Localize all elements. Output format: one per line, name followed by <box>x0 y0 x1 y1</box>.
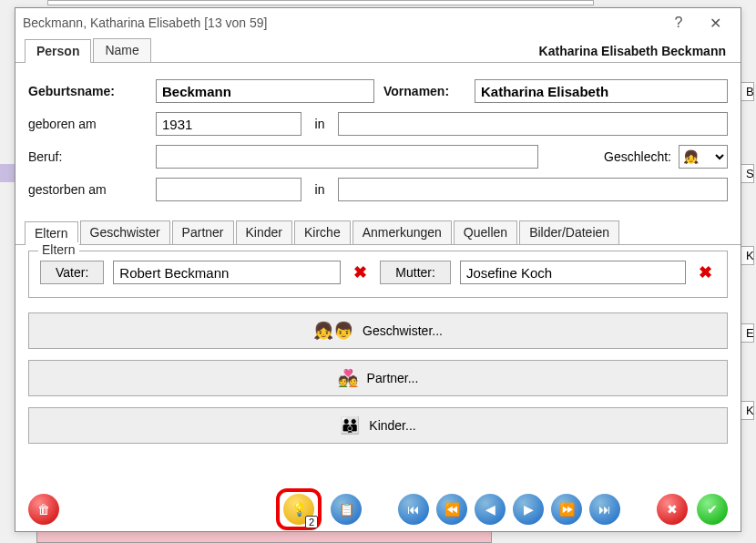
help-button[interactable]: ? <box>660 15 697 31</box>
input-mutter[interactable] <box>460 261 686 284</box>
input-gestorben-am[interactable] <box>156 178 301 201</box>
mid-tabs: Eltern Geschwister Partner Kinder Kirche… <box>15 220 741 245</box>
label-geburtsname: Geburtsname: <box>28 84 147 98</box>
nav-rewind-button[interactable]: ⏪ <box>436 494 467 525</box>
nav-group: ⏮ ⏪ ◀ ▶ ⏩ ⏭ <box>398 494 620 525</box>
children-icon: 👪 <box>340 415 360 435</box>
input-geburtsname[interactable] <box>156 79 374 103</box>
label-beruf: Beruf: <box>28 149 147 164</box>
form-area: Geburtsname: Vornamen: geboren am in Ber… <box>15 63 741 216</box>
window-title: Beckmann, Katharina Elisabeth [13 von 59… <box>23 15 660 30</box>
bg-row <box>47 0 594 5</box>
trash-icon: 🗑 <box>37 502 50 517</box>
tab-bilder[interactable]: Bilder/Dateien <box>519 220 619 244</box>
bg-cell: B <box>740 82 754 101</box>
label-geschlecht: Geschlecht: <box>604 149 671 164</box>
person-dialog: Beckmann, Katharina Elisabeth [13 von 59… <box>15 7 741 532</box>
tab-name[interactable]: Name <box>93 38 150 62</box>
forward-icon: ⏩ <box>559 502 575 517</box>
tab-kinder[interactable]: Kinder <box>236 220 292 244</box>
tips-count-badge: 2 <box>305 516 318 528</box>
last-icon: ⏭ <box>598 502 611 517</box>
remove-mutter-icon[interactable]: ✖ <box>695 262 716 282</box>
input-geboren-in[interactable] <box>338 112 728 136</box>
geschwister-label: Geschwister... <box>363 323 443 338</box>
bottom-toolbar: 🗑 💡 2 📋 ⏮ ⏪ ◀ ▶ ⏩ ⏭ ✖ ✔ <box>15 487 741 531</box>
vater-button[interactable]: Vater: <box>40 261 104 284</box>
bg-cell: S <box>740 164 754 183</box>
rewind-icon: ⏪ <box>444 502 460 517</box>
ok-button[interactable]: ✔ <box>697 494 728 525</box>
tab-anmerkungen[interactable]: Anmerkungen <box>352 220 452 244</box>
label-geboren-am: geboren am <box>28 117 147 131</box>
first-icon: ⏮ <box>407 502 420 517</box>
eltern-fieldset: Eltern Vater: ✖ Mutter: ✖ <box>28 251 728 298</box>
relations-area: Eltern Vater: ✖ Mutter: ✖ 👧👦 Geschwister… <box>15 245 741 456</box>
bg-cell: K <box>740 401 754 420</box>
prev-icon: ◀ <box>485 502 495 517</box>
tab-quellen[interactable]: Quellen <box>454 220 517 244</box>
delete-button[interactable]: 🗑 <box>28 494 59 525</box>
bg-cell: K <box>740 246 754 265</box>
partner-label: Partner... <box>367 371 419 385</box>
nav-first-button[interactable]: ⏮ <box>398 494 429 525</box>
kinder-button[interactable]: 👪 Kinder... <box>28 407 728 444</box>
copy-icon: 📋 <box>339 502 354 517</box>
eltern-legend: Eltern <box>38 242 79 257</box>
check-icon: ✔ <box>707 502 718 517</box>
tab-partner[interactable]: Partner <box>172 220 234 244</box>
bg-cell: E <box>740 323 754 343</box>
bulb-icon: 💡 <box>291 502 307 517</box>
cancel-icon: ✖ <box>667 502 678 517</box>
top-tabs: Person Name Katharina Elisabeth Beckmann <box>15 37 741 63</box>
mutter-button[interactable]: Mutter: <box>380 261 451 284</box>
input-beruf[interactable] <box>156 145 538 169</box>
partner-icon: 💑 <box>338 368 358 388</box>
tab-kirche[interactable]: Kirche <box>294 220 351 244</box>
siblings-icon: 👧👦 <box>313 321 353 341</box>
input-geboren-am[interactable] <box>156 112 301 136</box>
label-geboren-in: in <box>311 117 329 131</box>
input-gestorben-in[interactable] <box>338 178 728 201</box>
nav-next-button[interactable]: ▶ <box>513 494 544 525</box>
cancel-button[interactable]: ✖ <box>657 494 688 525</box>
label-vornamen: Vornamen: <box>383 84 465 98</box>
kinder-label: Kinder... <box>369 418 415 433</box>
bg-selection <box>0 164 15 182</box>
person-fullname: Katharina Elisabeth Beckmann <box>534 40 731 62</box>
label-gestorben-in: in <box>311 182 329 197</box>
tab-person[interactable]: Person <box>25 39 91 63</box>
select-geschlecht[interactable]: 👧 <box>679 145 728 169</box>
gender-group: Geschlecht: 👧 <box>604 145 728 169</box>
close-button[interactable]: ✕ <box>697 15 733 32</box>
tab-geschwister[interactable]: Geschwister <box>80 220 170 244</box>
copy-button[interactable]: 📋 <box>331 494 362 525</box>
remove-vater-icon[interactable]: ✖ <box>350 262 371 282</box>
tips-button[interactable]: 💡 2 <box>283 494 314 525</box>
nav-forward-button[interactable]: ⏩ <box>551 494 582 525</box>
input-vornamen[interactable] <box>475 79 728 103</box>
tips-highlight: 💡 2 <box>276 488 322 530</box>
geschwister-button[interactable]: 👧👦 Geschwister... <box>28 312 728 349</box>
titlebar: Beckmann, Katharina Elisabeth [13 von 59… <box>15 8 741 37</box>
label-gestorben-am: gestorben am <box>28 182 147 197</box>
next-icon: ▶ <box>524 502 534 517</box>
input-vater[interactable] <box>113 261 341 284</box>
partner-button[interactable]: 💑 Partner... <box>28 360 728 396</box>
nav-prev-button[interactable]: ◀ <box>475 494 506 525</box>
nav-last-button[interactable]: ⏭ <box>589 494 620 525</box>
